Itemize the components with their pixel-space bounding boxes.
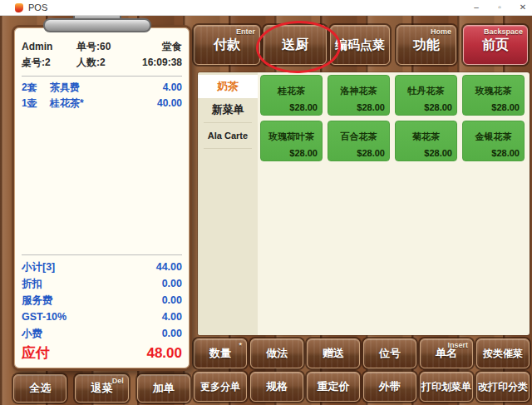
seat-number-button-label: 位号	[379, 346, 401, 361]
close-icon[interactable]: ✕	[517, 0, 529, 15]
tip-value: 0.00	[116, 325, 182, 342]
order-number: 单号:60	[76, 39, 127, 55]
print-mark-list-button-label: 打印划菜单	[421, 380, 471, 394]
cooking-method-button-label: 做法	[266, 346, 288, 361]
table-number: 桌号:2	[22, 55, 76, 71]
tip-row: 小费 0.00	[22, 325, 182, 342]
subtotal-value: 44.00	[116, 259, 182, 275]
code-order-button[interactable]: 编码点菜	[330, 25, 390, 65]
maximize-icon[interactable]: ▫	[494, 0, 505, 15]
tab-ala-carte[interactable]: Ala Carte	[198, 124, 258, 147]
reprice-button[interactable]: 重定价	[307, 372, 360, 402]
hotkey-label: Del	[112, 377, 124, 385]
cashier-name: Admin	[22, 39, 76, 55]
gst-row: GST-10% 4.00	[22, 309, 182, 325]
item-name: 桂花茶*	[50, 96, 124, 111]
menu-item-button[interactable]: 桂花茶 $28.00	[260, 75, 323, 116]
pay-button-label: 付款	[214, 37, 240, 54]
tab-milk-tea[interactable]: 奶茶	[198, 75, 258, 98]
quantity-button[interactable]: * 数量	[194, 338, 247, 368]
spec-button[interactable]: 规格	[250, 372, 303, 402]
menu-item-price: $28.00	[463, 102, 524, 115]
menu-item-button[interactable]: 金银花茶 $28.00	[462, 121, 525, 161]
quantity-button-label: 数量	[209, 346, 231, 361]
divider	[22, 254, 182, 255]
menu-item-price: $28.00	[261, 148, 322, 161]
order-time: 16:09:38	[127, 55, 182, 71]
pay-button[interactable]: Enter 付款	[194, 25, 260, 65]
menu-item-button[interactable]: 菊花茶 $28.00	[395, 121, 457, 161]
tip-label: 小费	[22, 325, 116, 342]
receipt-header: Admin 单号:60 堂食 桌号:2 人数:2 16:09:38	[22, 39, 182, 71]
rush-by-category-button-label: 按类催菜	[483, 347, 523, 361]
discount-row: 折扣 0.00	[22, 275, 182, 292]
void-item-button-label: 退菜	[91, 381, 112, 396]
cooking-method-button[interactable]: 做法	[250, 338, 303, 368]
minimize-icon[interactable]: –	[470, 0, 482, 15]
menu-item-price: $28.00	[463, 148, 524, 161]
menu-item-name: 桂花茶	[261, 76, 322, 102]
menu-item-name: 菊花茶	[396, 121, 456, 148]
menu-item-price: $28.00	[396, 102, 456, 115]
menu-item-button[interactable]: 百合花茶 $28.00	[328, 121, 390, 161]
select-all-button-label: 全选	[29, 381, 51, 396]
app-icon	[15, 3, 23, 12]
send-kitchen-button-label: 送厨	[282, 37, 308, 54]
rush-by-category-button[interactable]: 按类催菜	[476, 338, 530, 368]
title-bar: POS – ▫ ✕	[0, 0, 532, 16]
seat-number-button[interactable]: 位号	[363, 338, 416, 368]
order-line-item[interactable]: 2套 茶具费 4.00	[22, 80, 182, 96]
send-kitchen-button[interactable]: 送厨	[264, 25, 327, 65]
tab-new-menu[interactable]: 新菜单	[198, 98, 258, 121]
clipboard-clip	[43, 18, 151, 32]
service-charge-row: 服务费 0.00	[22, 292, 182, 309]
menu-item-price: $28.00	[328, 102, 389, 115]
item-amount: 40.00	[124, 96, 182, 111]
divider	[204, 122, 252, 123]
more-split-button[interactable]: 更多分单	[194, 372, 247, 402]
menu-item-price: $28.00	[396, 148, 456, 161]
spec-button-label: 规格	[266, 379, 288, 394]
menu-item-button[interactable]: 玫瑰花茶 $28.00	[462, 75, 525, 116]
divider	[22, 76, 182, 77]
order-receipt-panel: Admin 单号:60 堂食 桌号:2 人数:2 16:09:38 2套 茶具费…	[12, 25, 192, 371]
item-name: 茶具费	[50, 80, 124, 96]
menu-item-name: 玫瑰荷叶茶	[261, 121, 322, 148]
functions-button[interactable]: Home 功能	[397, 25, 456, 65]
takeaway-button[interactable]: 外带	[363, 372, 416, 402]
add-order-button[interactable]: 加单	[137, 374, 190, 403]
prev-page-button[interactable]: Backspace 前页	[463, 25, 528, 65]
void-item-button[interactable]: Del 退菜	[75, 374, 128, 403]
amount-due-label: 应付	[22, 343, 99, 363]
service-charge-label: 服务费	[22, 292, 116, 309]
menu-item-name: 洛神花茶	[328, 76, 389, 102]
menu-item-name: 牡丹花茶	[396, 76, 456, 102]
gift-button-label: 赠送	[323, 346, 344, 361]
print-mark-list-button[interactable]: 打印划菜单	[420, 372, 473, 402]
reprice-button-label: 重定价	[318, 379, 350, 394]
code-order-button-label: 编码点菜	[335, 37, 385, 53]
gift-button[interactable]: 赠送	[307, 338, 360, 368]
add-order-button-label: 加单	[153, 381, 175, 396]
amount-due-value: 48.00	[99, 343, 182, 363]
function-bar-row1: * 数量 做法 赠送 位号 Insert 单名 按类催菜	[194, 338, 530, 368]
menu-item-grid: 桂花茶 $28.00 洛神花茶 $28.00 牡丹花茶 $28.00 玫瑰花茶 …	[258, 72, 530, 335]
prev-page-button-label: 前页	[482, 37, 509, 54]
hotkey-label: Home	[431, 27, 451, 36]
menu-item-button[interactable]: 洛神花茶 $28.00	[328, 75, 390, 116]
menu-item-button[interactable]: 牡丹花茶 $28.00	[395, 75, 457, 116]
category-sidebar: 奶茶 新菜单 Ala Carte	[198, 72, 258, 335]
change-print-category-button[interactable]: 改打印分类	[476, 372, 530, 402]
order-line-item[interactable]: 1壶 桂花茶* 40.00	[22, 96, 182, 111]
guest-count: 人数:2	[76, 55, 127, 71]
service-charge-value: 0.00	[116, 292, 182, 309]
menu-item-price: $28.00	[261, 102, 322, 115]
divider	[204, 148, 252, 149]
hotkey-label: Insert	[447, 341, 468, 349]
select-all-button[interactable]: 全选	[13, 374, 66, 403]
order-name-button[interactable]: Insert 单名	[420, 338, 473, 368]
menu-item-name: 金银花茶	[463, 121, 524, 148]
menu-item-button[interactable]: 玫瑰荷叶茶 $28.00	[260, 121, 323, 161]
menu-panel: 奶茶 新菜单 Ala Carte 桂花茶 $28.00 洛神花茶 $28.00 …	[198, 72, 530, 335]
functions-button-label: 功能	[413, 37, 440, 54]
